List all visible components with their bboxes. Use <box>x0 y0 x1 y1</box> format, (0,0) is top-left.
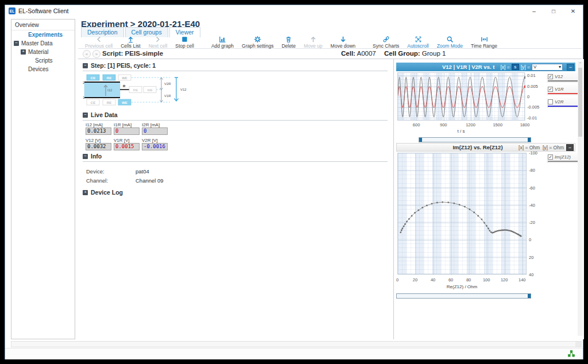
legend-label: Im(Z12) <box>555 154 571 160</box>
status-bar <box>5 348 583 359</box>
minus-expander-icon[interactable]: − <box>14 41 19 46</box>
checkbox-checked-icon[interactable]: ✓ <box>548 74 553 79</box>
collapse-chart-button[interactable]: − <box>567 64 574 71</box>
toolbar-button-label: Next cell <box>149 43 168 49</box>
circuit-diagram-svg: CEREWECEREWE21I12RREWEV2RV1RV12 <box>83 74 266 109</box>
stop-cell-button[interactable]: Stop cell <box>171 36 198 49</box>
svg-text:WE: WE <box>122 101 127 104</box>
scrollbar-right-handle[interactable] <box>528 138 531 142</box>
x-tick-label: 1200 <box>465 122 477 127</box>
section-step[interactable]: − Step: [1] PEIS, cycle: 1 <box>83 62 156 69</box>
x-tick-label: 100 <box>481 277 492 282</box>
svg-text:V1R: V1R <box>164 94 171 98</box>
legend-label: V2R <box>555 99 564 104</box>
y-unit-dropdown[interactable]: V ▾ <box>532 64 563 71</box>
x-axis-title: t / s <box>397 129 525 134</box>
sync-charts-button[interactable]: Sync Charts <box>369 36 403 49</box>
section-live-data[interactable]: − Live Data <box>83 111 118 118</box>
legend-item-imz12[interactable]: ✓Im(Z12) <box>547 153 580 163</box>
y-unit-value: V <box>533 64 536 70</box>
toolbar-button-label: Add graph <box>211 43 234 49</box>
toolbar-button-label: Zoom Mode <box>437 43 463 49</box>
scrollbar-thumb[interactable] <box>578 68 582 137</box>
expand-icon[interactable]: + <box>83 190 88 195</box>
plus-expander-icon[interactable]: + <box>21 49 26 55</box>
svg-text:RE: RE <box>107 76 111 80</box>
add-graph-button[interactable]: Add graph <box>207 36 238 49</box>
legend-item-v1r[interactable]: ✓V1R <box>547 85 580 95</box>
collapse-icon[interactable]: − <box>83 113 88 118</box>
x-unit-button[interactable]: s <box>512 64 519 70</box>
chart-nyquist-header[interactable]: Im(Z12) vs. Re(Z12) [x] = Ohm [y] = Ohm … <box>396 143 575 152</box>
time-range-icon <box>481 36 488 42</box>
close-button[interactable]: ✕ <box>563 5 583 17</box>
maximize-button[interactable]: □ <box>544 5 563 17</box>
bottom-horizontal-scrollbar[interactable] <box>11 341 582 347</box>
legend-row: ✓V12 <box>547 72 580 80</box>
toolbar-button-label: Stop cell <box>175 43 194 49</box>
collapse-chart-button[interactable]: − <box>566 144 574 151</box>
collapse-icon[interactable]: − <box>83 154 88 159</box>
window-title: EL-Software Client <box>18 7 69 14</box>
collapse-icon[interactable]: − <box>83 63 88 68</box>
checkbox-unchecked-icon[interactable] <box>548 99 553 104</box>
live-data-value: 0.0015 <box>114 143 140 150</box>
section-device-log[interactable]: + Device Log <box>83 189 123 196</box>
sidebar-item-label: Master Data <box>21 40 52 47</box>
chart-nyquist: Im(Z12) vs. Re(Z12) [x] = Ohm [y] = Ohm … <box>396 143 582 309</box>
section-info[interactable]: − Info <box>83 153 102 160</box>
script-next-button[interactable]: » <box>92 50 100 58</box>
sidebar-item-master-data[interactable]: −Master Data <box>11 39 75 48</box>
graph-settings-button[interactable]: Graph settings <box>238 36 277 49</box>
toolbar-button-label: Move up <box>304 43 323 49</box>
sidebar-item-devices[interactable]: Devices <box>11 65 75 73</box>
legend-item-v12[interactable]: ✓V12 <box>547 72 580 83</box>
scroll-up-arrow-icon[interactable]: ⌃ <box>578 61 583 67</box>
cells-list-button[interactable]: Cells List <box>117 36 144 49</box>
cell-label: Cell: A0007 <box>341 50 376 57</box>
panel-vertical-scrollbar[interactable]: ⌃ <box>578 61 583 336</box>
delete-button[interactable]: Delete <box>277 36 300 49</box>
scrollbar-left-handle[interactable] <box>419 138 422 142</box>
toolbar-button-label: Move down <box>331 43 355 49</box>
chart-v-vs-t-header[interactable]: V12 | V1R | V2R vs. t [x] = s [y] = V ▾ … <box>396 63 575 71</box>
zoom-mode-button[interactable]: Zoom Mode <box>433 36 467 49</box>
legend-item-v2r[interactable]: V2R <box>547 98 580 108</box>
checkbox-checked-icon[interactable]: ✓ <box>548 154 553 160</box>
live-data-label: I1R [mA] <box>114 122 131 127</box>
y-unit-prefix: [y] = <box>521 64 530 70</box>
autoscroll-button[interactable]: Autoscroll <box>403 36 432 49</box>
info-field-value: pat04 <box>136 168 149 175</box>
legend-color-line <box>548 106 579 107</box>
x-tick-label: 1800 <box>519 122 531 127</box>
chart-x-scrollbar[interactable] <box>396 293 531 299</box>
cell-value: A0007 <box>357 50 376 57</box>
chart-plot-area[interactable] <box>397 72 525 121</box>
checkbox-checked-icon[interactable]: ✓ <box>548 87 553 92</box>
x-unit-prefix: [x] = <box>519 145 528 150</box>
chart-time-scrollbar[interactable] <box>419 137 531 142</box>
toolbar-button-label: Graph settings <box>242 43 273 49</box>
x-unit-value: Ohm <box>529 145 540 150</box>
chart-plot-area[interactable] <box>397 153 527 274</box>
minimize-button[interactable]: – <box>524 5 544 17</box>
sidebar-item-label: Material <box>28 49 49 55</box>
x-tick-label: 600 <box>411 122 422 127</box>
move-down-button[interactable]: Move down <box>327 36 359 49</box>
legend-color-line <box>548 161 579 162</box>
chevron-down-icon: ▾ <box>559 64 561 70</box>
y-tick-label: -80 <box>529 168 535 173</box>
time-range-button[interactable]: Time Range <box>467 36 501 49</box>
sidebar-item-scripts[interactable]: Scripts <box>11 56 75 65</box>
x-tick-label: 120 <box>498 277 510 282</box>
live-data-label: V2R [V] <box>142 138 158 143</box>
app-window: EL EL-Software Client – □ ✕ Overview Exp… <box>5 5 583 359</box>
script-prev-button[interactable]: « <box>83 50 91 58</box>
toolbar-button-label: Cells List <box>121 43 140 49</box>
sidebar-item-material[interactable]: +Material <box>11 48 75 56</box>
script-label: Script: PEIS-simple <box>102 50 163 57</box>
sidebar-item-experiments[interactable]: Experiments <box>11 30 75 39</box>
cell-group-value: Group 1 <box>422 50 446 57</box>
scrollbar-right-handle[interactable] <box>528 294 531 298</box>
toolbar-button-label: Time Range <box>471 43 497 49</box>
